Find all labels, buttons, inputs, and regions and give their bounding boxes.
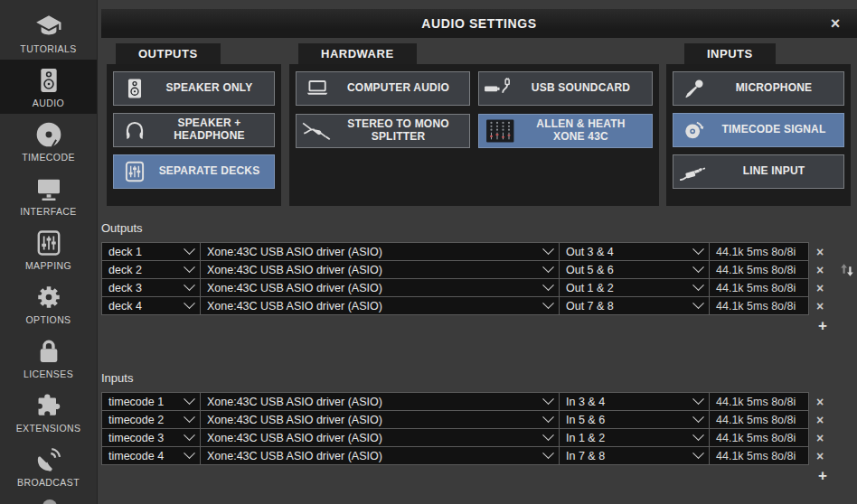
channel-value: In 3 & 4 xyxy=(566,396,605,408)
sidebar-item-label: TIMECODE xyxy=(22,152,75,163)
option-button[interactable]: LINE INPUT xyxy=(673,154,844,189)
chevron-down-icon xyxy=(184,411,195,423)
chevron-down-icon xyxy=(692,447,704,459)
channel-select[interactable]: Out 7 & 8 xyxy=(559,296,710,315)
faders-icon xyxy=(33,228,64,258)
driver-value: Xone:43C USB ASIO driver (ASIO) xyxy=(207,396,382,408)
inputs-routing-label: Inputs xyxy=(101,371,833,385)
chevron-down-icon xyxy=(184,279,195,291)
sidebar-item-label: BROADCAST xyxy=(17,477,80,488)
close-icon[interactable]: × xyxy=(824,9,846,38)
source-value: timecode 2 xyxy=(108,414,164,426)
sidebar-item[interactable]: TIMECODE xyxy=(0,114,97,168)
sidebar-item-label: EXTENSIONS xyxy=(16,423,81,434)
source-value: deck 4 xyxy=(108,300,142,313)
channel-select[interactable]: In 1 & 2 xyxy=(559,428,710,447)
vinyl-disc-icon xyxy=(33,119,64,150)
option-button[interactable]: SPEAKER ONLY xyxy=(113,71,275,106)
source-select[interactable]: deck 1 xyxy=(101,242,201,261)
faders-icon xyxy=(114,160,155,183)
sidebar-item[interactable]: TUTORIALS xyxy=(0,5,97,60)
sidebar-item-label: AUDIO xyxy=(33,98,64,108)
audio-stats: 44.1k 5ms 8o/8i xyxy=(709,446,809,465)
remove-row-button[interactable]: × xyxy=(809,446,831,465)
sidebar-item[interactable]: INTERFACE xyxy=(0,168,97,222)
remove-row-button[interactable]: × xyxy=(809,242,831,261)
option-button-label: STEREO TO MONO SPLITTER xyxy=(338,118,469,144)
remove-row-button[interactable]: × xyxy=(809,278,831,297)
option-button[interactable]: STEREO TO MONO SPLITTER xyxy=(296,114,470,148)
inputs-routing: Inputs timecode 1 Xone:43C USB ASIO driv… xyxy=(101,371,833,484)
sidebar-item-label: INTERFACE xyxy=(20,206,77,217)
channel-value: Out 1 & 2 xyxy=(566,282,614,294)
sidebar-item-label: MAPPING xyxy=(25,260,71,271)
swap-vertical-icon[interactable] xyxy=(837,259,857,281)
source-select[interactable]: timecode 4 xyxy=(101,446,201,465)
remove-row-button[interactable]: × xyxy=(809,296,831,315)
source-select[interactable]: timecode 1 xyxy=(101,392,201,411)
remove-row-button[interactable]: × xyxy=(809,410,831,429)
add-input-row-button[interactable]: + xyxy=(812,468,833,484)
option-button[interactable]: SPEAKER + HEADPHONE xyxy=(113,113,275,147)
driver-value: Xone:43C USB ASIO driver (ASIO) xyxy=(207,282,382,294)
channel-select[interactable]: Out 3 & 4 xyxy=(559,242,710,261)
option-button-label: SPEAKER + HEADPHONE xyxy=(155,117,274,143)
sidebar-item[interactable]: OPTIONS xyxy=(0,276,97,331)
channel-select[interactable]: In 7 & 8 xyxy=(559,446,710,465)
source-select[interactable]: deck 2 xyxy=(101,260,201,279)
driver-select[interactable]: Xone:43C USB ASIO driver (ASIO) xyxy=(200,446,560,465)
source-select[interactable]: deck 3 xyxy=(101,278,201,297)
graduation-cap-icon xyxy=(33,11,64,42)
option-button-label: USB SOUNDCARD xyxy=(521,82,652,95)
driver-select[interactable]: Xone:43C USB ASIO driver (ASIO) xyxy=(200,278,560,297)
channel-value: In 7 & 8 xyxy=(566,450,605,462)
chevron-down-icon xyxy=(692,243,704,255)
driver-select[interactable]: Xone:43C USB ASIO driver (ASIO) xyxy=(200,428,560,447)
remove-row-button[interactable]: × xyxy=(809,392,831,411)
audio-stats: 44.1k 5ms 8o/8i xyxy=(709,392,809,411)
channel-select[interactable]: Out 1 & 2 xyxy=(559,278,710,297)
microphone-icon xyxy=(673,77,715,100)
audio-stats: 44.1k 5ms 8o/8i xyxy=(709,278,809,297)
sidebar-item[interactable]: LICENSES xyxy=(0,331,97,385)
outputs-routing: Outputs deck 1 Xone:43C USB ASIO driver … xyxy=(101,221,833,334)
driver-select[interactable]: Xone:43C USB ASIO driver (ASIO) xyxy=(200,260,560,279)
chevron-down-icon xyxy=(542,447,554,459)
option-button[interactable]: ALLEN & HEATH XONE 43C xyxy=(478,114,653,148)
source-select[interactable]: timecode 2 xyxy=(101,410,201,429)
option-button[interactable]: TIMECODE SIGNAL xyxy=(673,113,844,147)
stats-value: 44.1k 5ms 8o/8i xyxy=(716,450,796,462)
channel-select[interactable]: In 3 & 4 xyxy=(559,392,710,411)
sidebar: TUTORIALS AUDIO TIMECODE INTERFACE MAPPI… xyxy=(0,0,98,504)
driver-select[interactable]: Xone:43C USB ASIO driver (ASIO) xyxy=(200,392,560,411)
driver-select[interactable]: Xone:43C USB ASIO driver (ASIO) xyxy=(200,296,560,315)
titlebar: AUDIO SETTINGS × xyxy=(101,9,857,38)
sidebar-item[interactable]: EXTENSIONS xyxy=(0,385,97,439)
source-select[interactable]: timecode 3 xyxy=(101,428,201,447)
remove-row-button[interactable]: × xyxy=(809,260,831,279)
chevron-down-icon xyxy=(542,297,554,309)
chevron-down-icon xyxy=(184,297,195,309)
driver-select[interactable]: Xone:43C USB ASIO driver (ASIO) xyxy=(200,410,560,429)
sidebar-item[interactable]: BROADCAST xyxy=(0,439,97,493)
channel-value: In 5 & 6 xyxy=(566,414,605,426)
sidebar-item[interactable]: MAPPING xyxy=(0,222,97,276)
option-button[interactable]: SEPARATE DECKS xyxy=(113,154,275,189)
sidebar-item[interactable]: AUDIO xyxy=(0,60,97,114)
routing-row: deck 1 Xone:43C USB ASIO driver (ASIO) O… xyxy=(101,242,833,261)
outputs-tab: OUTPUTS xyxy=(116,43,221,64)
option-button[interactable]: MICROPHONE xyxy=(673,71,844,106)
add-output-row-button[interactable]: + xyxy=(812,318,833,334)
channel-select[interactable]: In 5 & 6 xyxy=(559,410,710,429)
driver-select[interactable]: Xone:43C USB ASIO driver (ASIO) xyxy=(200,242,560,261)
usb-cable-icon xyxy=(479,77,521,100)
option-button-label: SEPARATE DECKS xyxy=(155,165,274,178)
driver-value: Xone:43C USB ASIO driver (ASIO) xyxy=(207,414,382,426)
channel-select[interactable]: Out 5 & 6 xyxy=(559,260,710,279)
chevron-down-icon xyxy=(184,429,195,441)
option-button[interactable]: USB SOUNDCARD xyxy=(478,71,653,106)
remove-row-button[interactable]: × xyxy=(809,428,831,447)
option-button[interactable]: COMPUTER AUDIO xyxy=(296,71,470,106)
speaker-box-icon xyxy=(33,65,64,96)
source-select[interactable]: deck 4 xyxy=(101,296,201,315)
